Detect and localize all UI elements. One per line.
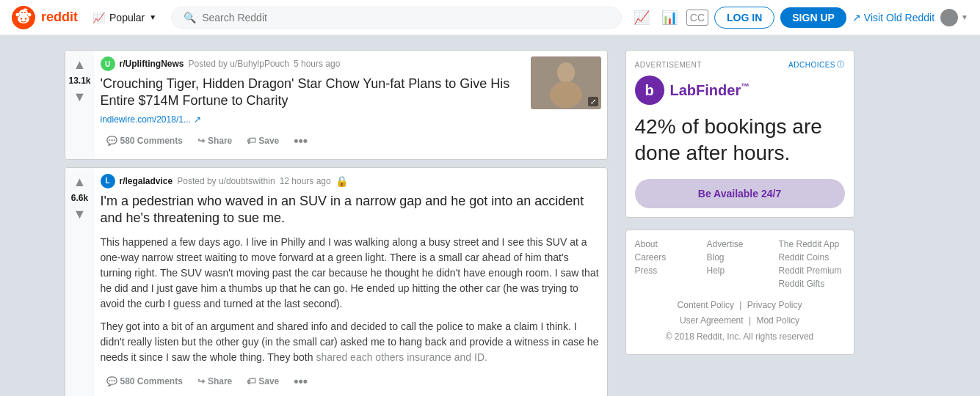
header-actions: 📈 📊 CC LOG IN SIGN UP ↗ Visit Old Reddit… (631, 7, 968, 29)
more-options-button[interactable]: ••• (288, 370, 313, 394)
advertisement-box: ADVERTISEMENT AdChoices ⓘ b LabFinder™ 4… (625, 50, 854, 218)
labfinder-logo: b LabFinder™ (635, 76, 845, 105)
external-link-icon: ↗ (194, 114, 201, 125)
ad-cta-button[interactable]: Be Available 24/7 (635, 179, 845, 208)
body-text-2-visible: They got into a bit of an argument and s… (101, 320, 599, 363)
labfinder-name-part1: Lab (670, 82, 697, 98)
comments-button[interactable]: 💬 580 Comments (101, 131, 189, 150)
time-ago: 5 hours ago (294, 59, 340, 69)
downvote-button[interactable]: ▼ (72, 206, 88, 222)
labfinder-name-part2: Finder (696, 82, 741, 98)
logo-text: reddit (41, 10, 78, 25)
downvote-button[interactable]: ▼ (72, 89, 88, 105)
popular-dropdown[interactable]: 📈 Popular ▼ (87, 7, 162, 28)
comments-count: 580 Comments (120, 376, 183, 386)
closed-captions-icon[interactable]: CC (686, 10, 708, 26)
footer-link-blog[interactable]: Blog (707, 252, 773, 263)
link-text: indiewire.com/2018/1... (101, 114, 191, 125)
copyright-text: © 2018 Reddit, Inc. All rights reserved (635, 329, 845, 345)
footer-link-advertise[interactable]: Advertise (707, 239, 773, 249)
posted-by: Posted by u/BuhylpPouch (189, 59, 289, 69)
chevron-down-icon: ▼ (149, 13, 156, 21)
subreddit-name[interactable]: r/UpliftingNews (120, 59, 184, 69)
labfinder-trademark: ™ (741, 81, 749, 92)
share-icon: ↪ (197, 376, 205, 386)
adchoices-label: AdChoices (788, 61, 835, 69)
posted-by: Posted by u/doubtswithin (177, 176, 275, 186)
svg-point-4 (28, 12, 32, 16)
save-label: Save (258, 136, 279, 146)
advertisement-text: ADVERTISEMENT (635, 61, 702, 69)
footer-link-empty-1 (635, 279, 701, 289)
adchoices-button[interactable]: AdChoices ⓘ (788, 59, 844, 70)
reddit-logo[interactable]: reddit (12, 6, 78, 29)
post-body: U r/UpliftingNews Posted by u/BuhylpPouc… (95, 51, 531, 159)
post-title[interactable]: I'm a pedestrian who waved in an SUV in … (101, 193, 601, 227)
post-card: ▲ 13.1k ▼ U r/UpliftingNews Posted by u/… (65, 50, 608, 160)
popular-label: Popular (109, 12, 145, 23)
post-title[interactable]: 'Crouching Tiger, Hidden Dragon' Star Ch… (101, 76, 525, 110)
vote-count: 6.6k (71, 193, 88, 203)
save-label: Save (258, 376, 279, 386)
subreddit-icon: L (101, 174, 115, 188)
vote-column: ▲ 13.1k ▼ (65, 51, 95, 159)
login-button[interactable]: LOG IN (714, 7, 774, 29)
subreddit-name[interactable]: r/legaladvice (120, 176, 173, 186)
policy-divider-1: | (739, 300, 741, 310)
comment-icon: 💬 (106, 376, 117, 386)
comment-icon: 💬 (106, 136, 117, 146)
footer-link-careers[interactable]: Careers (635, 252, 701, 263)
post-meta: L r/legaladvice Posted by u/doubtswithin… (101, 174, 601, 188)
body-text-2-faded: shared each others insurance and ID. (316, 351, 487, 363)
more-options-button[interactable]: ••• (288, 129, 313, 153)
subreddit-icon: U (101, 56, 115, 71)
svg-point-9 (26, 9, 28, 10)
user-agreement-link[interactable]: User Agreement (680, 315, 744, 326)
visit-old-reddit-label: Visit Old Reddit (864, 12, 934, 23)
post-actions: 💬 580 Comments ↪ Share 🏷 Save ••• (101, 129, 525, 153)
vote-count: 13.1k (68, 76, 90, 86)
svg-point-8 (24, 12, 26, 13)
share-icon: ↪ (197, 136, 205, 146)
labfinder-brand-name: LabFinder™ (670, 81, 750, 99)
footer-link-reddit-coins[interactable]: Reddit Coins (779, 252, 845, 263)
post-body-text-2: They got into a bit of an argument and s… (101, 319, 601, 365)
user-menu-chevron-icon: ▼ (961, 13, 968, 21)
user-menu-button[interactable]: ▼ (940, 9, 968, 26)
post-body: L r/legaladvice Posted by u/doubtswithin… (95, 168, 607, 396)
svg-point-2 (21, 18, 22, 19)
privacy-policy-link[interactable]: Privacy Policy (747, 300, 802, 310)
trending-chart-icon[interactable]: 📈 (631, 7, 653, 29)
user-avatar-icon (940, 9, 958, 26)
footer-link-reddit-gifts[interactable]: Reddit Gifts (779, 279, 845, 289)
feed: ▲ 13.1k ▼ U r/UpliftingNews Posted by u/… (65, 50, 608, 396)
footer-link-empty-2 (707, 279, 773, 289)
signup-button[interactable]: SIGN UP (780, 7, 846, 28)
footer-link-reddit-app[interactable]: The Reddit App (779, 239, 845, 249)
labfinder-brand-icon: b (635, 76, 664, 105)
save-button[interactable]: 🏷 Save (241, 131, 285, 150)
share-label: Share (208, 136, 232, 146)
upvote-button[interactable]: ▲ (72, 174, 88, 190)
upvote-button[interactable]: ▲ (72, 56, 88, 73)
policy-divider-2: | (749, 315, 751, 326)
bar-chart-icon[interactable]: 📊 (658, 7, 680, 29)
footer-link-about[interactable]: About (635, 239, 701, 249)
content-policy-link[interactable]: Content Policy (678, 300, 734, 310)
post-link[interactable]: indiewire.com/2018/1... ↗ (101, 114, 525, 125)
footer-link-press[interactable]: Press (635, 265, 701, 276)
share-button[interactable]: ↪ Share (192, 372, 238, 391)
mod-policy-link[interactable]: Mod Policy (756, 315, 799, 326)
comments-button[interactable]: 💬 580 Comments (101, 372, 189, 391)
header: reddit 📈 Popular ▼ 🔍 📈 📊 CC LOG IN SIGN … (0, 0, 980, 35)
post-body-text-1: This happened a few days ago. I live in … (101, 235, 601, 312)
search-input[interactable] (202, 12, 609, 23)
svg-point-3 (25, 18, 26, 19)
footer-link-help[interactable]: Help (707, 265, 773, 276)
share-button[interactable]: ↪ Share (192, 131, 238, 150)
external-link-icon: ↗ (852, 12, 861, 23)
footer-link-reddit-premium[interactable]: Reddit Premium (779, 265, 845, 276)
save-button[interactable]: 🏷 Save (241, 372, 285, 391)
footer-links-box: About Advertise The Reddit App Careers B… (625, 230, 854, 355)
visit-old-reddit-button[interactable]: ↗ Visit Old Reddit (852, 12, 934, 23)
